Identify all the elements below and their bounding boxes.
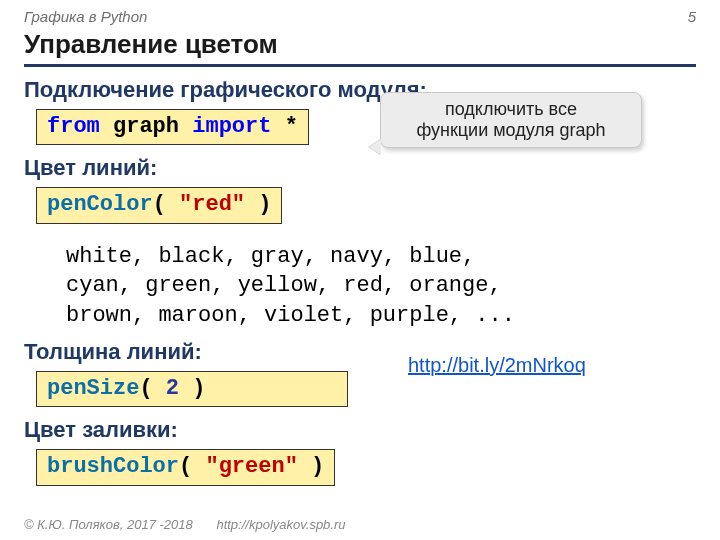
keyword-from: from bbox=[47, 114, 100, 139]
arg-brushcolor: "green" bbox=[205, 454, 297, 479]
paren-close3: ) bbox=[298, 454, 324, 479]
paren-close2: ) bbox=[179, 376, 205, 401]
code-brushcolor: brushColor( "green" ) bbox=[36, 449, 335, 485]
topbar-left: Графика в Python bbox=[24, 8, 147, 25]
color-list-line3: brown, maroon, violet, purple, ... bbox=[66, 301, 696, 331]
section-pencolor-label: Цвет линий: bbox=[24, 155, 696, 181]
title-divider bbox=[24, 64, 696, 67]
page-title: Управление цветом bbox=[24, 29, 696, 60]
section-brushcolor-label: Цвет заливки: bbox=[24, 417, 696, 443]
color-list-line2: cyan, green, yellow, red, orange, bbox=[66, 271, 696, 301]
arg-pensize: 2 bbox=[166, 376, 179, 401]
keyword-import: import bbox=[192, 114, 271, 139]
section-pensize-label: Толщина линий: bbox=[24, 339, 696, 365]
footer-copyright: © К.Ю. Поляков, 2017 -2018 bbox=[24, 517, 193, 532]
footer-link[interactable]: http://kpolyakov.spb.ru bbox=[216, 517, 345, 532]
color-name-list: white, black, gray, navy, blue, cyan, gr… bbox=[66, 242, 696, 331]
slide: Графика в Python 5 Управление цветом Под… bbox=[0, 0, 720, 540]
paren-open2: ( bbox=[139, 376, 165, 401]
topbar: Графика в Python 5 bbox=[24, 8, 696, 25]
callout-line2: функции модуля graph bbox=[391, 120, 631, 141]
import-star: * bbox=[271, 114, 297, 139]
code-import: from graph import * bbox=[36, 109, 309, 145]
color-list-line1: white, black, gray, navy, blue, bbox=[66, 242, 696, 272]
code-pencolor: penColor( "red" ) bbox=[36, 187, 282, 223]
callout-line1: подключить все bbox=[391, 99, 631, 120]
code-pensize: penSize( 2 ) bbox=[36, 371, 348, 407]
paren-open: ( bbox=[153, 192, 179, 217]
paren-open3: ( bbox=[179, 454, 205, 479]
fn-pencolor: penColor bbox=[47, 192, 153, 217]
callout-import: подключить все функции модуля graph bbox=[380, 92, 642, 148]
footer: © К.Ю. Поляков, 2017 -2018 http://kpolya… bbox=[24, 517, 346, 532]
fn-pensize: penSize bbox=[47, 376, 139, 401]
arg-pencolor: "red" bbox=[179, 192, 245, 217]
page-number: 5 bbox=[688, 8, 696, 25]
fn-brushcolor: brushColor bbox=[47, 454, 179, 479]
paren-close: ) bbox=[245, 192, 271, 217]
module-name: graph bbox=[100, 114, 192, 139]
reference-link[interactable]: http://bit.ly/2mNrkoq bbox=[408, 354, 586, 377]
